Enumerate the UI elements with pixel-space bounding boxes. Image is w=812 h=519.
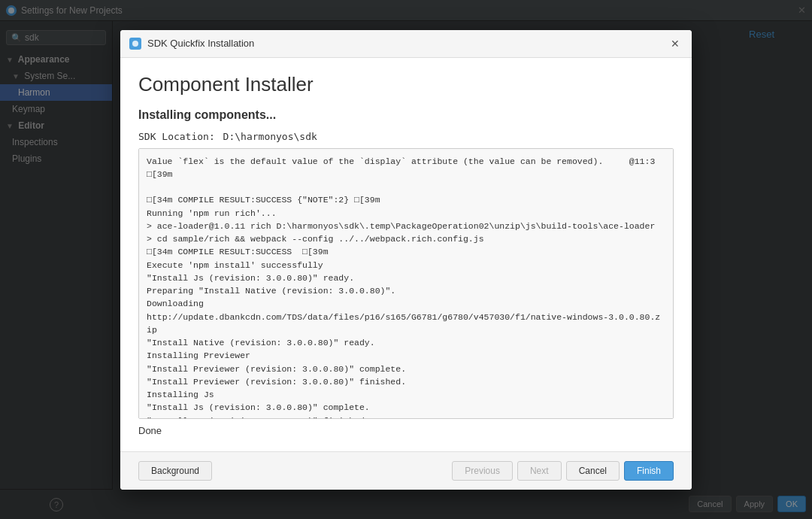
next-button[interactable]: Next: [517, 461, 562, 481]
modal-overlay: SDK Quickfix Installation ✕ Component In…: [0, 0, 812, 519]
dialog-title: SDK Quickfix Installation: [147, 38, 662, 49]
footer-right: Previous Next Cancel Finish: [452, 461, 674, 481]
sdk-path: D:\harmonyos\sdk: [223, 131, 317, 142]
dialog-close-button[interactable]: ✕: [668, 36, 683, 51]
dialog-titlebar: SDK Quickfix Installation ✕: [120, 30, 692, 58]
log-area[interactable]: Value `flex` is the default value of the…: [138, 148, 674, 419]
done-text: Done: [138, 425, 674, 436]
dialog-app-icon: [129, 38, 141, 50]
finish-button[interactable]: Finish: [624, 461, 674, 481]
previous-button[interactable]: Previous: [452, 461, 513, 481]
sdk-location: SDK Location: D:\harmonyos\sdk: [138, 131, 674, 142]
dialog-body: Component Installer Installing component…: [120, 58, 692, 451]
dialog-footer: Background Previous Next Cancel Finish: [120, 451, 692, 490]
cancel-button[interactable]: Cancel: [566, 461, 620, 481]
background-button[interactable]: Background: [138, 461, 212, 481]
footer-left: Background: [138, 461, 212, 481]
sdk-dialog: SDK Quickfix Installation ✕ Component In…: [120, 30, 692, 490]
dialog-heading: Component Installer: [138, 73, 674, 96]
svg-point-1: [132, 41, 138, 47]
installing-header: Installing components...: [138, 108, 674, 122]
